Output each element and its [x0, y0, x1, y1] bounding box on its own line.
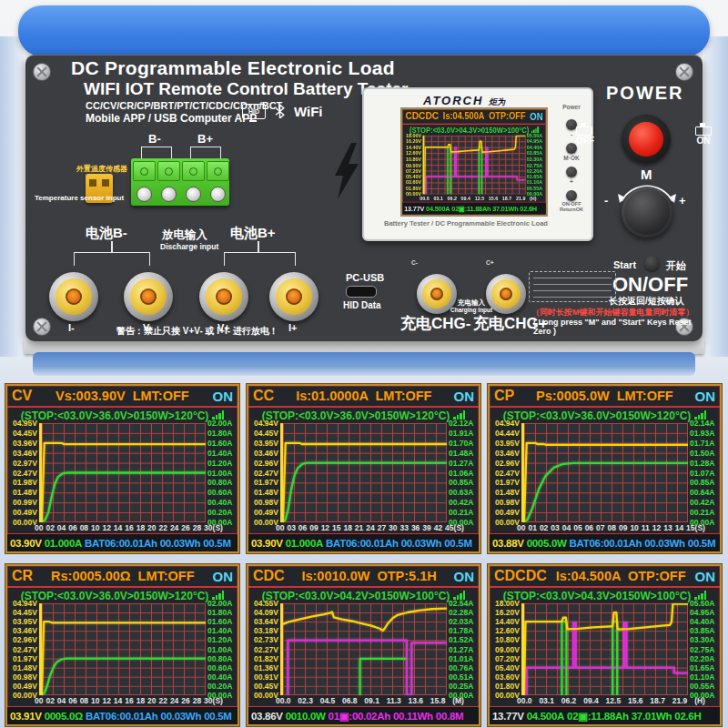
panel-state: ON: [213, 389, 234, 404]
axis-label-right: 01.06A: [449, 469, 473, 478]
brand-name: ATORCH: [423, 94, 483, 107]
x-axis-label: 16: [125, 696, 133, 706]
axis-label-left: 04.45V: [13, 608, 37, 617]
axis-label-left: 12.60V: [495, 626, 520, 635]
jack-label: I-: [68, 322, 75, 333]
device-base: [33, 352, 695, 376]
axis-label-left: 14.40V: [495, 617, 520, 626]
x-axis-label: 18: [343, 523, 351, 533]
terminal-screw: [186, 187, 201, 202]
screw-icon: [33, 318, 51, 336]
status-value: 0005.0W: [527, 538, 567, 549]
plus-button-label: +: [570, 178, 573, 185]
trace-current: [524, 463, 688, 522]
axis-label-right: 01.70A: [449, 439, 473, 448]
x-axis-label: 20: [147, 523, 156, 533]
axis-label-right: 01.91A: [449, 429, 473, 438]
trace-charge-current: [360, 659, 407, 695]
status-bar: 13.77V04.500A02▣:11.88Ah37.01Wh02.6H: [490, 706, 720, 724]
x-axis-label: 09.4: [583, 696, 599, 706]
axis-label-right: 05.50A: [690, 599, 714, 608]
power-off-icon: [576, 126, 592, 136]
panel-header: CDCDCIs:04.500A OTP:OFFON: [402, 109, 545, 125]
axis-label-right: 00.55A: [690, 682, 714, 691]
axis-label-left: 00.49V: [13, 682, 37, 691]
background-band-right: [704, 36, 728, 357]
axis-label-left: 02.96V: [13, 635, 37, 644]
x-axis: 00030609121518212427303336394245(S): [248, 522, 479, 533]
temp-sensor-label-en: Temperature sensor input: [35, 194, 136, 202]
axis-label-left: 01.97V: [13, 654, 37, 663]
axis-label-right: 01.40A: [207, 626, 232, 635]
axis-label-right: 01.27A: [449, 645, 473, 654]
axis-label-right: 01.78A: [449, 626, 473, 635]
status-value: 37.01Wh: [492, 205, 518, 212]
axis-label-right: 02.12A: [449, 419, 473, 428]
panel-setting: Is:0010.0W OTP:5.1H: [285, 569, 454, 583]
panel-state: ON: [695, 569, 716, 584]
power-button[interactable]: [629, 122, 663, 157]
power-on-icon: [695, 126, 712, 136]
axis-label-right: 00.40A: [207, 498, 232, 507]
panel-state: ON: [695, 389, 716, 404]
charging-input-label: 充电输入 Charging input: [450, 299, 492, 313]
status-value: 03.90V: [251, 538, 283, 549]
x-axis-label: 09: [619, 523, 627, 533]
axis-label-left: 01.48V: [13, 488, 37, 497]
axis-label-right: 00.80A: [207, 654, 232, 663]
axis-label-right: 00.76A: [449, 663, 473, 672]
axis-label-right: 01.28A: [690, 459, 714, 468]
status-value: 01.000A: [286, 538, 323, 549]
axis-label-left: 03.18V: [254, 626, 278, 635]
axis-label-left: 01.36V: [254, 663, 278, 672]
axis-label-right: 00.42A: [449, 498, 473, 507]
x-axis-label: 24: [170, 696, 178, 706]
onoff-button[interactable]: [566, 190, 577, 201]
screw-icon: [33, 63, 51, 81]
left-axis: 04.94V04.45V03.95V03.46V02.96V02.47V01.9…: [9, 603, 39, 695]
axis-label-right: 03.30A: [690, 635, 714, 644]
panel-header: CCIs:01.0000A LMT:OFFON: [248, 386, 479, 408]
x-axis: 00020406081012141618202224262830(S): [7, 695, 238, 706]
rotary-knob[interactable]: [622, 187, 672, 238]
stop-conditions: (STOP:<03.0V>04.3V>0150W>100°C): [503, 590, 692, 602]
x-axis-label: 21.9: [516, 195, 526, 202]
trace-discharge-current: [288, 641, 447, 695]
axis-label-left: 02.73V: [254, 635, 278, 644]
x-axis-label: 03: [287, 523, 295, 533]
discharge-label-cn: 放电输入: [162, 228, 207, 243]
b-plus-bracket: [190, 147, 221, 158]
axis-label-right: 01.27A: [449, 459, 473, 468]
plus-button[interactable]: [566, 167, 577, 177]
axis-label-right: 03.85A: [690, 626, 714, 635]
axis-label-left: 02.47V: [13, 645, 37, 654]
axis-label-left: 00.00V: [254, 691, 278, 700]
x-axis-label: 06: [298, 523, 307, 533]
wifi-label: WiFi: [294, 104, 323, 119]
panel-mode: CDCDC: [494, 568, 547, 584]
x-axis-label: 09.1: [364, 696, 379, 706]
x-axis-label: 22: [158, 523, 167, 533]
cdc-mode-panel: CDCIs:0010.0W OTP:5.1HON(STOP:<03.0V>04.…: [247, 564, 480, 726]
panel-header: CDCDCIs:04.500A OTP:OFFON: [490, 566, 720, 588]
x-axis-label: 15.6: [628, 696, 643, 706]
axis-label-left: 00.98V: [13, 672, 37, 682]
start-label-cn: 开始: [666, 259, 686, 273]
start-button[interactable]: [644, 256, 660, 271]
trace-voltage: [524, 443, 688, 522]
status-value: 03.88V: [492, 538, 524, 549]
axis-label-left: 03.46V: [254, 449, 278, 458]
axis-label-right: 00.00A: [207, 691, 232, 700]
usb-c-port: [346, 286, 377, 298]
instructions-box: [529, 271, 616, 302]
axis-label-right: 00.64A: [690, 488, 714, 497]
axis-label-left: 02.27V: [254, 645, 278, 654]
x-axis-label: 36: [411, 523, 420, 533]
axis-label-right: 00.85A: [449, 478, 473, 487]
power-button-bezel: [622, 115, 671, 164]
axis-label-left: 01.98V: [13, 478, 37, 487]
axis-label-right: 01.60A: [207, 617, 232, 626]
axis-label-left: 00.00V: [406, 191, 421, 197]
x-axis-label: 11: [642, 523, 650, 533]
axis-label-right: 01.93A: [690, 429, 714, 438]
